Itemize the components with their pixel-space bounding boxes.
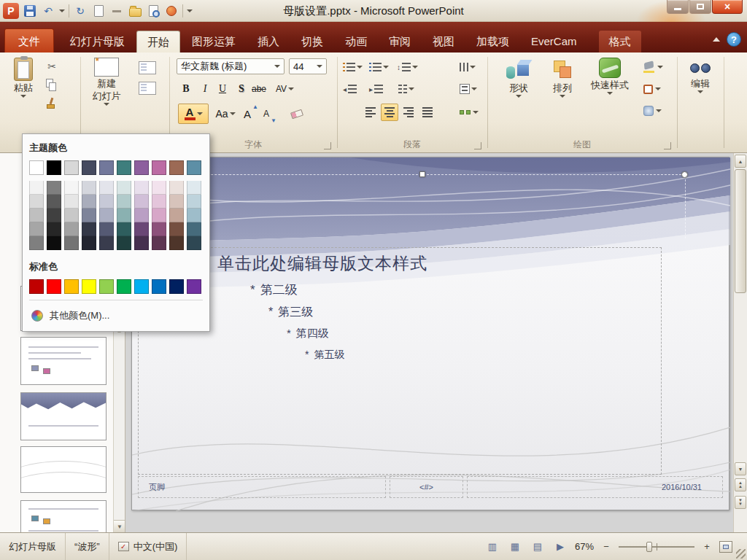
scroll-down-button[interactable]: ▼ xyxy=(735,462,746,475)
minimize-ribbon-icon[interactable] xyxy=(713,37,720,42)
theme-variant-swatch[interactable] xyxy=(29,195,44,209)
tab-evercam[interactable]: EverCam xyxy=(521,31,587,52)
font-name-dropdown-icon[interactable] xyxy=(274,65,280,68)
theme-variant-swatch[interactable] xyxy=(64,236,79,250)
bullets-button[interactable] xyxy=(343,58,363,76)
resize-grip[interactable] xyxy=(736,549,746,559)
standard-color-swatch[interactable] xyxy=(117,279,131,294)
standard-color-swatch[interactable] xyxy=(47,279,61,294)
tab-transitions[interactable]: 切换 xyxy=(291,31,333,52)
zoom-out-icon[interactable]: − xyxy=(600,541,612,553)
align-text-button[interactable] xyxy=(460,80,477,98)
tab-file[interactable]: 文件 xyxy=(4,28,54,52)
theme-color-swatch[interactable] xyxy=(29,160,44,175)
theme-variant-swatch[interactable] xyxy=(99,222,114,236)
align-center-button[interactable] xyxy=(381,104,398,121)
layout-icon[interactable] xyxy=(139,61,156,74)
save-icon[interactable] xyxy=(23,3,37,19)
italic-button[interactable]: I xyxy=(197,80,213,98)
theme-color-swatch[interactable] xyxy=(47,160,61,175)
tab-home[interactable]: 开始 xyxy=(136,31,180,52)
theme-color-swatch[interactable] xyxy=(99,160,114,175)
shape-effects-button[interactable] xyxy=(643,104,662,118)
paragraph-dialog-launcher[interactable] xyxy=(474,142,481,149)
text-direction-button[interactable] xyxy=(460,58,476,76)
theme-variant-swatch[interactable] xyxy=(152,195,166,209)
theme-variant-swatch[interactable] xyxy=(152,222,166,236)
theme-variant-swatch[interactable] xyxy=(187,236,201,250)
theme-variant-swatch[interactable] xyxy=(187,195,201,209)
theme-variant-swatch[interactable] xyxy=(99,195,114,209)
theme-variant-swatch[interactable] xyxy=(134,209,149,222)
slide-thumbnail[interactable] xyxy=(20,500,107,532)
theme-color-swatch[interactable] xyxy=(134,160,149,175)
outline-level-5[interactable]: *第五级 xyxy=(305,349,344,362)
theme-variant-swatch[interactable] xyxy=(169,222,184,236)
theme-color-swatch[interactable] xyxy=(64,160,79,175)
theme-variant-swatch[interactable] xyxy=(82,209,96,222)
font-size-combobox[interactable]: 44 xyxy=(289,58,327,74)
character-spacing-button[interactable]: AV xyxy=(276,80,294,98)
theme-variant-swatch[interactable] xyxy=(29,209,44,222)
line-spacing-button[interactable]: ↕ xyxy=(397,58,418,76)
tab-insert[interactable]: 插入 xyxy=(247,31,290,52)
standard-color-swatch[interactable] xyxy=(187,279,201,294)
theme-variant-swatch[interactable] xyxy=(152,181,166,195)
slideshow-button[interactable]: ▶ xyxy=(552,540,568,553)
help-button[interactable]: ? xyxy=(727,32,741,47)
theme-variant-swatch[interactable] xyxy=(117,195,131,209)
body-text-placeholder[interactable] xyxy=(138,247,662,475)
theme-variant-swatch[interactable] xyxy=(64,181,79,195)
arrange-dropdown-icon[interactable] xyxy=(560,95,565,98)
theme-variant-swatch[interactable] xyxy=(117,222,131,236)
outline-level-3[interactable]: *第三级 xyxy=(268,305,313,320)
footer-placeholder[interactable]: 页脚 xyxy=(138,476,386,498)
resize-handle-corner[interactable] xyxy=(681,171,688,178)
theme-color-swatch[interactable] xyxy=(169,160,184,175)
clear-formatting-button[interactable] xyxy=(286,104,308,124)
status-language[interactable]: ✓ 中文(中国) xyxy=(109,533,187,560)
cut-icon[interactable]: ✂ xyxy=(44,58,60,74)
numbering-button[interactable] xyxy=(369,58,389,76)
theme-variant-swatch[interactable] xyxy=(64,222,79,236)
grow-font-button[interactable]: A ▲ xyxy=(242,104,260,124)
theme-variant-swatch[interactable] xyxy=(82,181,96,195)
editing-dropdown-icon[interactable] xyxy=(697,90,703,93)
theme-variant-swatch[interactable] xyxy=(82,222,96,236)
theme-variant-swatch[interactable] xyxy=(99,209,114,222)
increase-indent-button[interactable]: ▸ xyxy=(369,80,383,98)
theme-variant-swatch[interactable] xyxy=(82,195,96,209)
theme-variant-swatch[interactable] xyxy=(169,209,184,222)
theme-color-swatch[interactable] xyxy=(82,160,96,175)
bold-button[interactable]: B xyxy=(178,80,194,98)
theme-variant-swatch[interactable] xyxy=(29,181,44,195)
decrease-indent-button[interactable]: ◂ xyxy=(343,80,357,98)
previous-slide-button[interactable]: ▲▲ xyxy=(735,478,746,491)
theme-variant-swatch[interactable] xyxy=(169,195,184,209)
resize-handle[interactable] xyxy=(419,171,425,177)
theme-variant-swatch[interactable] xyxy=(152,236,166,250)
justify-button[interactable] xyxy=(419,104,436,121)
underline-button[interactable]: U xyxy=(214,80,231,98)
change-case-button[interactable]: Aa xyxy=(213,104,238,124)
restore-button[interactable] xyxy=(689,0,711,14)
minimize-button[interactable] xyxy=(667,0,689,14)
editing-button[interactable]: 编辑 xyxy=(681,57,719,94)
repeat-icon[interactable]: ↻ xyxy=(73,3,88,19)
outline-level-2[interactable]: *第二级 xyxy=(250,281,298,298)
shrink-font-button[interactable]: A ▼ xyxy=(261,104,279,124)
scroll-up-button[interactable]: ▲ xyxy=(735,155,746,168)
theme-color-swatch[interactable] xyxy=(117,160,131,175)
close-button[interactable]: × xyxy=(712,0,743,14)
theme-variant-swatch[interactable] xyxy=(169,236,184,250)
tab-view[interactable]: 视图 xyxy=(422,31,465,52)
main-scrollbar[interactable]: ▲ ▼ ▲▲ ▼▼ xyxy=(733,153,747,532)
theme-variant-swatch[interactable] xyxy=(169,181,184,195)
slide-master-canvas[interactable]: 单击此处编辑母版文本样式 *第二级 *第三级 *第四级 *第五级 页脚 <#> … xyxy=(131,157,729,510)
theme-variant-swatch[interactable] xyxy=(187,209,201,222)
theme-variant-swatch[interactable] xyxy=(99,181,114,195)
tab-shape-ops[interactable]: 图形运算 xyxy=(182,31,246,52)
theme-variant-swatch[interactable] xyxy=(117,236,131,250)
theme-variant-swatch[interactable] xyxy=(117,181,131,195)
slide-sorter-view-button[interactable]: ▦ xyxy=(507,540,523,553)
